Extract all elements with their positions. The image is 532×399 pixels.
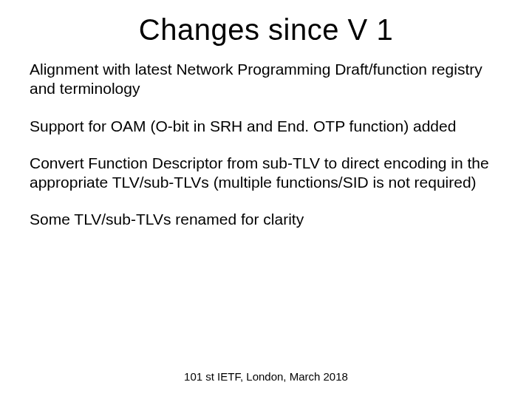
slide: Changes since V 1 Alignment with latest …	[0, 0, 532, 399]
paragraph-3: Convert Function Descriptor from sub-TLV…	[30, 154, 502, 193]
slide-footer: 101 st IETF, London, March 2018	[0, 370, 532, 383]
paragraph-2: Support for OAM (O-bit in SRH and End. O…	[30, 117, 502, 136]
paragraph-4: Some TLV/sub-TLVs renamed for clarity	[30, 210, 502, 229]
slide-title: Changes since V 1	[30, 13, 502, 47]
paragraph-1: Alignment with latest Network Programmin…	[30, 60, 502, 99]
